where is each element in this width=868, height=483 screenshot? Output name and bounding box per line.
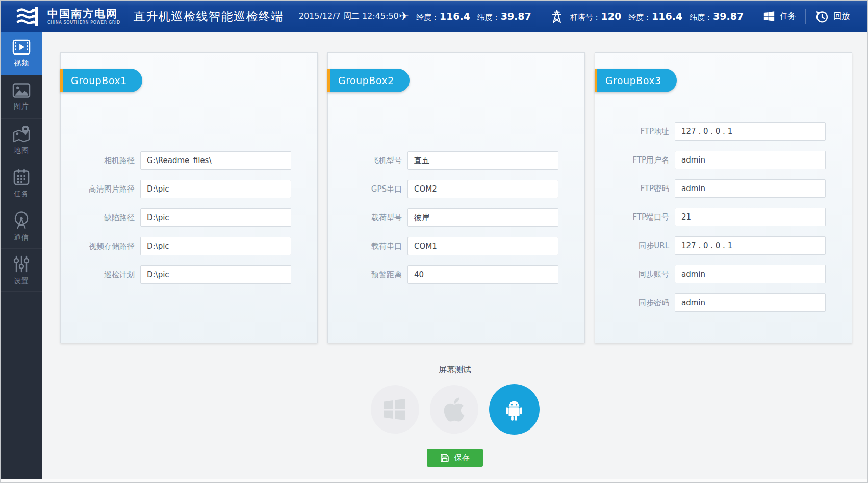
sidebar-item-settings[interactable]: 设置 bbox=[1, 249, 42, 292]
longitude-label: 经度 : bbox=[416, 13, 437, 22]
tower-latitude-label: 纬度 : bbox=[690, 13, 710, 22]
windows-test-button[interactable] bbox=[371, 385, 419, 434]
field-input[interactable] bbox=[140, 237, 291, 255]
sidebar-item-images[interactable]: 图片 bbox=[1, 75, 42, 119]
form-field-row: GPS串口 bbox=[328, 180, 584, 198]
form-field-row: FTP用户名 bbox=[595, 151, 852, 169]
floppy-disk-icon bbox=[440, 453, 449, 463]
field-label: 载荷型号 bbox=[328, 213, 407, 223]
sidebar-item-communication[interactable]: 通信 bbox=[1, 205, 42, 249]
brand-name-en: CHINA SOUTHERN POWER GRID bbox=[47, 20, 120, 25]
field-input[interactable] bbox=[675, 208, 826, 226]
field-input[interactable] bbox=[675, 122, 826, 141]
field-label: 视频存储路径 bbox=[61, 242, 140, 251]
field-label: 预警距离 bbox=[328, 270, 407, 280]
field-input[interactable] bbox=[407, 151, 558, 170]
form-field-row: 视频存储路径 bbox=[61, 237, 317, 255]
header-divider bbox=[859, 9, 859, 24]
form-field-row: 巡检计划 bbox=[61, 265, 317, 284]
form-field-row: 高清图片路径 bbox=[61, 180, 317, 198]
field-label: 相机路径 bbox=[61, 156, 140, 166]
tasks-action[interactable]: 任务 bbox=[763, 10, 796, 22]
field-input[interactable] bbox=[140, 208, 291, 227]
field-label: 同步密码 bbox=[595, 298, 675, 308]
field-input[interactable] bbox=[407, 208, 558, 227]
sidebar-item-video[interactable]: 视频 bbox=[1, 32, 42, 75]
form-field-row: 同步URL bbox=[595, 236, 852, 255]
field-input[interactable] bbox=[675, 293, 826, 312]
history-clock-icon bbox=[815, 10, 829, 23]
apple-test-button[interactable] bbox=[430, 385, 478, 434]
groupbox3-tab: GroupBox3 bbox=[595, 69, 677, 92]
field-label: FTP密码 bbox=[595, 184, 675, 194]
save-button[interactable]: 保存 bbox=[427, 449, 483, 467]
form-field-row: 载荷串口 bbox=[328, 237, 584, 255]
form-field-row: 载荷型号 bbox=[328, 208, 584, 227]
tower-longitude: 经度 : 116.4 bbox=[628, 11, 682, 22]
playback-action[interactable]: 回放 bbox=[815, 10, 850, 23]
field-input[interactable] bbox=[675, 151, 826, 169]
field-input[interactable] bbox=[140, 265, 291, 284]
map-icon bbox=[12, 125, 31, 143]
tower-number: 杆塔号 : 120 bbox=[570, 11, 622, 22]
latitude-label: 纬度 : bbox=[477, 13, 498, 22]
form-field-row: 预警距离 bbox=[328, 265, 584, 284]
field-input[interactable] bbox=[407, 237, 558, 255]
sidebar-item-label: 设置 bbox=[14, 277, 29, 286]
field-input[interactable] bbox=[407, 180, 558, 198]
csg-logo-icon bbox=[16, 5, 41, 28]
video-icon bbox=[12, 39, 31, 55]
groupbox2-tab: GroupBox2 bbox=[327, 69, 410, 92]
field-label: FTP地址 bbox=[595, 127, 675, 137]
form-field-row: 同步账号 bbox=[595, 265, 852, 283]
form-field-row: FTP地址 bbox=[595, 122, 852, 141]
main-content: GroupBox1 相机路径高清图片路径缺陷路径视频存储路径巡检计划 Group… bbox=[42, 32, 867, 479]
brand-name-cn: 中国南方电网 bbox=[47, 8, 120, 20]
field-label: FTP端口号 bbox=[595, 212, 675, 222]
field-input[interactable] bbox=[675, 265, 826, 283]
groupbox1-title: GroupBox1 bbox=[63, 69, 142, 92]
groupbox1-fields: 相机路径高清图片路径缺陷路径视频存储路径巡检计划 bbox=[61, 151, 317, 294]
transmission-tower-icon bbox=[551, 9, 563, 24]
header-divider bbox=[805, 9, 806, 24]
tower-longitude-label: 经度 : bbox=[628, 13, 649, 22]
field-label: 巡检计划 bbox=[61, 270, 140, 280]
groupbox2-title: GroupBox2 bbox=[330, 69, 410, 92]
sidebar-item-map[interactable]: 地图 bbox=[1, 119, 42, 162]
windows-logo-icon bbox=[382, 397, 407, 422]
divider-line bbox=[482, 370, 550, 370]
field-label: GPS串口 bbox=[328, 184, 407, 194]
sidebar-item-tasks[interactable]: 任务 bbox=[1, 162, 42, 205]
apple-logo-icon bbox=[444, 396, 465, 423]
app-title: 直升机巡检线智能巡检终端 bbox=[134, 9, 284, 24]
playback-action-label: 回放 bbox=[833, 11, 850, 22]
divider-line bbox=[360, 370, 427, 370]
communication-icon bbox=[12, 211, 31, 230]
field-input[interactable] bbox=[675, 179, 826, 198]
android-logo-icon bbox=[501, 396, 527, 423]
groupbox2-fields: 飞机型号GPS串口载荷型号载荷串口预警距离 bbox=[328, 151, 584, 294]
tower-number-value: 120 bbox=[601, 11, 622, 22]
field-input[interactable] bbox=[140, 151, 291, 170]
field-input[interactable] bbox=[407, 265, 558, 284]
android-test-button[interactable] bbox=[489, 384, 540, 435]
groupbox3-title: GroupBox3 bbox=[597, 69, 677, 92]
app-window: 中国南方电网 CHINA SOUTHERN POWER GRID 直升机巡检线智… bbox=[0, 0, 868, 483]
field-label: 缺陷路径 bbox=[61, 213, 140, 223]
bottom-edge-strip bbox=[1, 479, 867, 482]
screen-test-section: 屏幕测试 保存 bbox=[42, 365, 867, 467]
tasks-icon bbox=[13, 169, 30, 186]
field-input[interactable] bbox=[140, 180, 291, 198]
field-label: 载荷串口 bbox=[328, 242, 407, 251]
settings-icon bbox=[13, 255, 30, 273]
brand-logo: 中国南方电网 CHINA SOUTHERN POWER GRID bbox=[16, 5, 120, 28]
tower-latitude-value: 39.87 bbox=[713, 11, 744, 22]
form-field-row: 缺陷路径 bbox=[61, 208, 317, 227]
field-label: 高清图片路径 bbox=[61, 184, 140, 194]
sidebar-item-label: 通信 bbox=[14, 233, 29, 243]
save-row: 保存 bbox=[42, 449, 867, 467]
save-button-label: 保存 bbox=[454, 453, 470, 463]
field-label: 同步URL bbox=[595, 241, 675, 251]
field-input[interactable] bbox=[675, 236, 826, 255]
field-label: 飞机型号 bbox=[328, 156, 407, 166]
